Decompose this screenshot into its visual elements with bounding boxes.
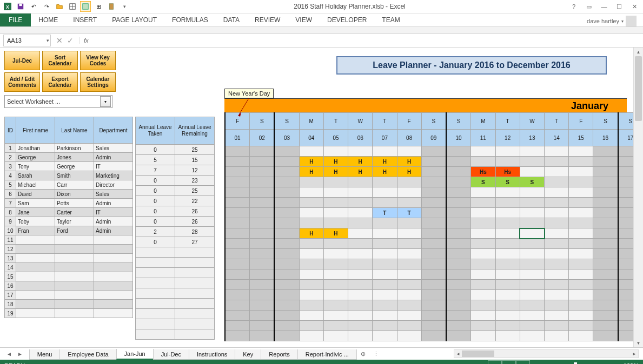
calendar-cell[interactable]	[446, 208, 471, 218]
cell-department[interactable]: Sales	[94, 190, 133, 199]
calendar-cell[interactable]	[545, 228, 569, 239]
cell-department[interactable]: Admin	[94, 153, 133, 162]
cell-leave-taken[interactable]: 0	[136, 186, 175, 196]
view-page-layout-icon[interactable]: ▥	[502, 360, 516, 364]
table-row[interactable]	[136, 319, 215, 329]
calendar-cell[interactable]	[569, 167, 593, 177]
cell-department[interactable]: IT	[94, 162, 133, 171]
calendar-cell[interactable]	[495, 208, 520, 218]
cell-leave-taken[interactable]: 7	[136, 165, 175, 176]
table-row[interactable]: 5 15	[136, 155, 215, 165]
calendar-cell[interactable]	[274, 167, 299, 177]
cell-first-name[interactable]: Sarah	[16, 171, 55, 180]
calendar-cell[interactable]	[225, 331, 250, 341]
calendar-cell[interactable]: H	[373, 167, 397, 177]
calendar-cell[interactable]	[569, 177, 593, 187]
cell-empty[interactable]	[55, 263, 94, 272]
table-row[interactable]: 7 Sam Potts Admin	[5, 199, 133, 208]
cell-empty[interactable]	[136, 247, 175, 258]
calendar-cell[interactable]	[545, 187, 569, 198]
calendar-cell[interactable]	[593, 311, 618, 321]
table-row[interactable]	[136, 309, 215, 319]
sheet-tab[interactable]: Employee Data	[59, 349, 116, 360]
calendar-cell[interactable]	[593, 187, 618, 198]
view-page-break-icon[interactable]: ▤	[516, 360, 530, 364]
calendar-cell[interactable]: H	[348, 167, 373, 177]
cell-first-name[interactable]: Jane	[16, 208, 55, 217]
jul-dec-button[interactable]: Jul-Dec	[4, 51, 40, 70]
cell-empty[interactable]	[94, 245, 133, 254]
tab-formulas[interactable]: FORMULAS	[164, 14, 216, 26]
calendar-cell[interactable]: H	[323, 228, 348, 239]
calendar-cell[interactable]	[348, 228, 373, 239]
calendar-cell[interactable]	[397, 146, 421, 157]
cell-id[interactable]: 19	[5, 309, 16, 318]
calendar-cell[interactable]	[373, 300, 397, 311]
calendar-cell[interactable]	[323, 290, 348, 300]
calendar-cell[interactable]	[446, 259, 471, 269]
calendar-cell[interactable]	[348, 311, 373, 321]
calendar-cell[interactable]	[348, 280, 373, 290]
calendar-cell[interactable]	[446, 239, 471, 249]
calendar-cell[interactable]	[569, 311, 593, 321]
utility-icon[interactable]: ⊞	[93, 1, 104, 12]
calendar-cell[interactable]	[225, 198, 250, 208]
calendar-cell[interactable]	[250, 311, 275, 321]
cell-empty[interactable]	[136, 329, 175, 340]
calendar-cell[interactable]	[520, 259, 544, 269]
calendar-cell[interactable]	[397, 280, 421, 290]
calendar-cell[interactable]	[569, 249, 593, 259]
cell-last-name[interactable]: George	[55, 162, 94, 171]
calendar-cell[interactable]	[569, 331, 593, 341]
calendar-cell[interactable]	[225, 157, 250, 167]
cell-empty[interactable]	[55, 281, 94, 291]
calendar-cell[interactable]	[421, 239, 446, 249]
calendar-cell[interactable]	[225, 208, 250, 218]
table-row[interactable]: 18	[5, 300, 133, 309]
calendar-cell[interactable]	[593, 321, 618, 331]
calendar-cell[interactable]	[299, 198, 323, 208]
cell-first-name[interactable]: Sam	[16, 199, 55, 208]
calendar-cell[interactable]	[593, 300, 618, 311]
open-icon[interactable]	[54, 1, 65, 12]
calendar-cell[interactable]: S	[495, 177, 520, 187]
cell-leave-remaining[interactable]: 23	[175, 176, 215, 186]
cancel-formula-icon[interactable]: ✕	[56, 36, 63, 45]
cell-empty[interactable]	[16, 254, 55, 263]
table-row[interactable]: 8 Jane Carter IT	[5, 208, 133, 217]
calendar-cell[interactable]: H	[397, 157, 421, 167]
scroll-down-icon[interactable]: ▼	[634, 339, 643, 347]
calendar-cell[interactable]	[225, 321, 250, 331]
calendar-cell[interactable]	[545, 146, 569, 157]
calendar-cell[interactable]	[225, 177, 250, 187]
save-icon[interactable]	[15, 1, 26, 12]
cell-leave-taken[interactable]: 0	[136, 206, 175, 217]
calendar-cell[interactable]	[225, 280, 250, 290]
calendar-cell[interactable]	[299, 321, 323, 331]
calendar-cell[interactable]	[446, 228, 471, 239]
cell-department[interactable]: IT	[94, 208, 133, 217]
maximize-icon[interactable]: ☐	[615, 3, 624, 10]
calendar-cell[interactable]	[545, 311, 569, 321]
table-row[interactable]	[136, 268, 215, 278]
cell-empty[interactable]	[136, 288, 175, 299]
table-row[interactable]: 12	[5, 245, 133, 254]
sheet-tab[interactable]: Instructions	[189, 349, 235, 360]
cell-leave-taken[interactable]: 0	[136, 145, 175, 155]
calendar-cell[interactable]	[495, 218, 520, 228]
calendar-cell[interactable]	[421, 187, 446, 198]
calendar-cell[interactable]	[421, 280, 446, 290]
view-normal-icon[interactable]: ▦	[488, 360, 502, 364]
calendar-cell[interactable]	[250, 280, 275, 290]
table-row[interactable]: 4 Sarah Smith Marketing	[5, 171, 133, 180]
calendar-cell[interactable]	[397, 249, 421, 259]
calendar-cell[interactable]	[593, 177, 618, 187]
calendar-cell[interactable]	[397, 239, 421, 249]
calendar-cell[interactable]	[323, 146, 348, 157]
calendar-cell[interactable]	[593, 218, 618, 228]
cell-first-name[interactable]: Michael	[16, 180, 55, 190]
calendar-cell[interactable]	[373, 228, 397, 239]
calendar-cell[interactable]	[397, 269, 421, 280]
scroll-thumb-vertical[interactable]	[635, 56, 642, 121]
calendar-cell[interactable]	[373, 331, 397, 341]
